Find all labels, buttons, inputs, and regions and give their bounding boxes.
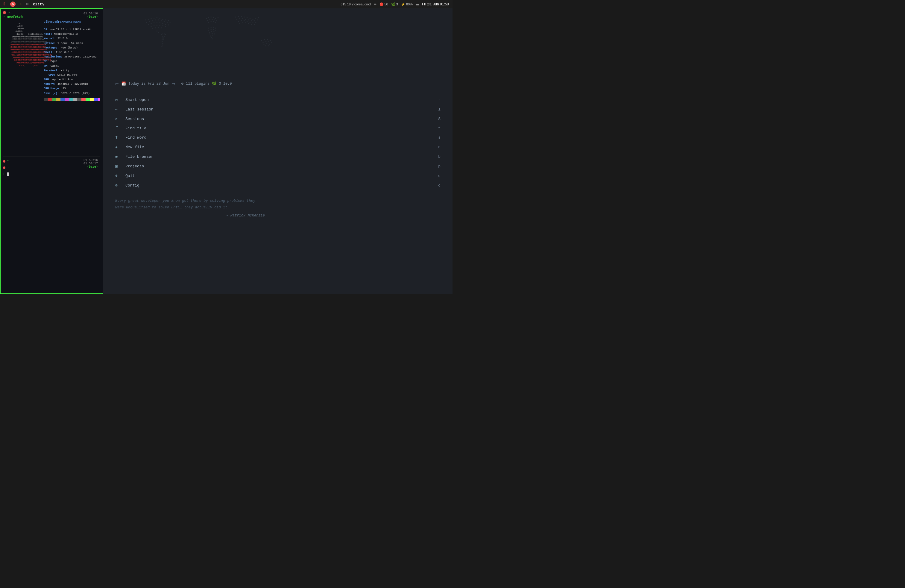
menubar-left:  5 › ⊞ kitty: [3, 2, 336, 7]
notification-badge: 5: [10, 2, 16, 7]
nvim-header: ⌐ 📅 Today is Fri 23 Jun ¬ ⚙ 111 plugins …: [115, 80, 441, 87]
bracket-left: ⌐: [115, 80, 119, 87]
timestamp-top: 01:50:16 (base): [84, 12, 98, 19]
terminal-cursor: [7, 172, 9, 176]
menu-quit[interactable]: ⊗ Quit q: [115, 172, 441, 180]
new-file-label: New file: [125, 145, 430, 149]
quote-author: - Patrick McKenzie: [115, 213, 265, 219]
menu-last-session[interactable]: ✏ Last session l: [115, 106, 441, 113]
terminal-top: ~ 01:50:16 (base) › neofetch 'c. ,xNMM. …: [3, 11, 100, 157]
new-file-icon: ◈: [115, 145, 121, 149]
projects-label: Projects: [125, 164, 430, 168]
menu-config[interactable]: ⚙ Config c: [115, 182, 441, 189]
find-word-label: Find word: [125, 135, 430, 140]
smart-open-label: Smart open: [125, 98, 430, 102]
file-browser-key: b: [435, 154, 441, 159]
grid-icon: ⊞: [26, 2, 29, 6]
file-browser-label: File browser: [125, 154, 430, 159]
leaf-status: 🌿 3: [391, 2, 398, 6]
file-browser-icon: ◉: [115, 154, 121, 159]
find-file-key: f: [435, 126, 441, 130]
last-session-label: Last session: [125, 107, 430, 112]
nvim-version-info: ⚙ 111 plugins 🌿 0.10.0: [181, 81, 232, 86]
calendar-icon: 📅: [121, 81, 126, 86]
quit-icon: ⊗: [115, 173, 121, 178]
sessions-key: S: [435, 117, 441, 121]
main-content: ~ 01:50:16 (base) › neofetch 'c. ,xNMM. …: [0, 8, 452, 294]
config-icon: ⚙: [115, 183, 121, 188]
color-swatches: [44, 98, 100, 101]
app-label: kitty: [33, 2, 44, 6]
plugin-icon: ⚙: [181, 81, 183, 86]
chevron-icon: ›: [20, 2, 22, 6]
version-text: 0.10.0: [219, 82, 232, 86]
version-icon: 🌿: [212, 81, 216, 86]
smart-open-key: r: [435, 98, 441, 102]
timestamp-bottom: 01:50:16 01:50:17 (base): [84, 159, 98, 168]
audio-status: 615 19.2 coreaudiod: [341, 2, 370, 6]
neofetch-info: ylk4626@FSMMG0X64GGM7 OS: macOS 13.4.1 2…: [44, 20, 100, 101]
neofetch-art: 'c. ,xNMM. .OMMMMo OMMM0, .;loddo:' lool…: [3, 20, 42, 101]
bracket-right: ¬: [172, 80, 175, 87]
prompt-tilde: ~: [8, 11, 10, 14]
sessions-icon: ↺: [115, 116, 121, 121]
menu-file-browser[interactable]: ◉ File browser b: [115, 153, 441, 160]
nvim-panel: ⌐ 📅 Today is Fri 23 Jun ¬ ⚙ 111 plugins …: [103, 8, 452, 294]
config-label: Config: [125, 183, 430, 188]
app-name: kitty: [33, 2, 44, 6]
pencil-status: ✏: [374, 2, 376, 6]
new-file-key: n: [435, 145, 441, 149]
smart-open-icon: ◎: [115, 97, 121, 102]
quit-key: q: [435, 174, 441, 178]
memory-status: 🔴 50: [379, 2, 388, 6]
last-session-icon: ✏: [115, 107, 121, 112]
terminal-dot: [3, 11, 6, 14]
find-file-label: Find file: [125, 126, 430, 130]
sessions-label: Sessions: [125, 117, 430, 121]
nvim-quote: Every great developer you know got there…: [115, 198, 265, 219]
battery-status: ⚡ 80%: [401, 2, 413, 6]
menu-find-file[interactable]: 🗒 Find file f: [115, 125, 441, 132]
battery-icon: ▬: [416, 2, 419, 6]
neofetch-output: 'c. ,xNMM. .OMMMMo OMMM0, .;loddo:' lool…: [3, 20, 100, 101]
date-text: Today is Fri 23 Jun: [129, 82, 169, 86]
projects-icon: ▣: [115, 164, 121, 168]
menubar:  5 › ⊞ kitty 615 19.2 coreaudiod ✏ 🔴 50…: [0, 0, 452, 8]
terminal-content: ~ 01:50:16 (base) › neofetch 'c. ,xNMM. …: [1, 9, 103, 293]
menubar-right: 615 19.2 coreaudiod ✏ 🔴 50 🌿 3 ⚡ 80% ▬ F…: [341, 2, 449, 6]
find-file-icon: 🗒: [115, 126, 121, 130]
menu-find-word[interactable]: T Find word s: [115, 134, 441, 141]
nvim-header-brackets: ⌐ 📅 Today is Fri 23 Jun ¬: [115, 80, 175, 87]
find-word-key: s: [435, 135, 441, 140]
terminal-panel[interactable]: ~ 01:50:16 (base) › neofetch 'c. ,xNMM. …: [0, 8, 103, 294]
plugin-count: 111 plugins: [186, 82, 210, 86]
menu-projects[interactable]: ▣ Projects p: [115, 162, 441, 170]
username-host: ylk4626@FSMMG0X64GGM7: [44, 20, 100, 25]
find-word-icon: T: [115, 135, 121, 140]
quit-label: Quit: [125, 174, 430, 178]
term-dot-3: [3, 167, 5, 169]
projects-key: p: [435, 164, 441, 168]
menu-sessions[interactable]: ↺ Sessions S: [115, 115, 441, 122]
config-key: c: [435, 183, 441, 188]
menu-smart-open[interactable]: ◎ Smart open r: [115, 96, 441, 103]
nvim-dashboard: ⌐ 📅 Today is Fri 23 Jun ¬ ⚙ 111 plugins …: [103, 8, 452, 294]
bottom-line3: ›: [3, 172, 100, 177]
datetime: Fri 23. Jun 01:50: [422, 2, 449, 6]
apple-icon[interactable]: : [3, 2, 6, 6]
term-dot-2: [3, 160, 5, 162]
menu-new-file[interactable]: ◈ New file n: [115, 143, 441, 151]
quote-text: Every great developer you know got there…: [115, 198, 265, 211]
terminal-bottom: 01:50:16 01:50:17 (base) ~ ~ ›: [3, 157, 100, 292]
last-session-key: l: [435, 107, 441, 112]
nvim-menu: ◎ Smart open r ✏ Last session l ↺ Sessio…: [115, 96, 441, 189]
